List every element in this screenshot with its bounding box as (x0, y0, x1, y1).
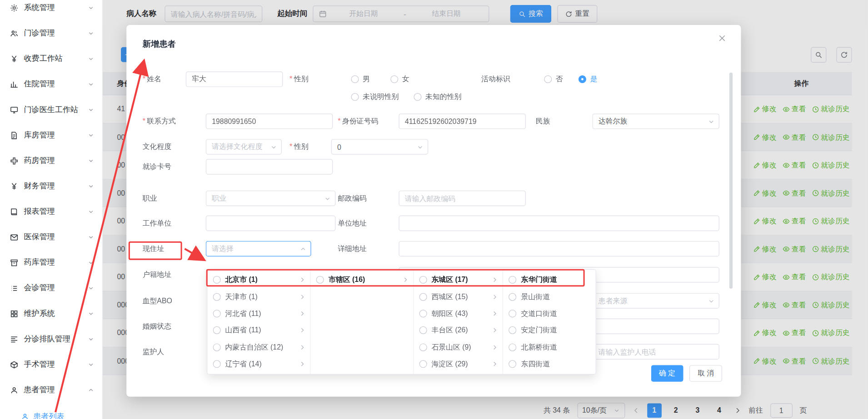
edit-link[interactable]: 修改 (753, 188, 776, 198)
edit-link[interactable]: 修改 (753, 272, 776, 282)
edit-link[interactable]: 修改 (753, 300, 776, 310)
patient-name-input[interactable] (165, 5, 262, 22)
radio-female[interactable]: 女 (390, 71, 409, 87)
view-link[interactable]: 查看 (783, 188, 806, 198)
current-address-cascader[interactable]: 请选择 (206, 241, 311, 256)
sidebar-item-system[interactable]: 系统管理 (0, 0, 102, 20)
sidebar-item-pharmacy[interactable]: 药房管理 (0, 148, 102, 173)
history-link[interactable]: 就诊历史 (812, 104, 850, 114)
close-icon[interactable] (718, 34, 727, 43)
confirm-button[interactable]: 确 定 (651, 365, 683, 382)
sidebar-item-insurance[interactable]: 医保管理 (0, 224, 102, 250)
id-number-input[interactable] (399, 113, 525, 129)
view-link[interactable]: 查看 (783, 132, 806, 142)
cascader-option-liaoning[interactable]: 辽宁省 (14) (207, 355, 310, 372)
cascader-option-beixinqiao[interactable]: 北新桥街道 (503, 339, 595, 355)
sidebar-item-drugstore[interactable]: 药库管理 (0, 250, 102, 275)
name-input[interactable] (186, 71, 283, 87)
sidebar-item-charging[interactable]: 收费工作站 (0, 46, 102, 71)
radio-gender-unknown[interactable]: 未知的性别 (414, 89, 461, 104)
sidebar-item-patient[interactable]: 患者管理 (0, 377, 102, 403)
reset-button[interactable]: 重置 (558, 5, 598, 23)
view-link[interactable]: 查看 (783, 244, 806, 254)
history-link[interactable]: 就诊历史 (812, 132, 850, 142)
contact-input[interactable] (206, 113, 333, 129)
cascader-option-neimenggu[interactable]: 内蒙古自治区 (12) (207, 339, 310, 355)
edit-link[interactable]: 修改 (753, 244, 776, 254)
cascader-option-beijing[interactable]: 北京市 (1) (207, 271, 310, 288)
postal-code-input[interactable] (399, 191, 525, 206)
sidebar-item-maintenance[interactable]: 维护系统 (0, 301, 102, 326)
page-size-select[interactable]: 10条/页 (577, 403, 625, 418)
view-link[interactable]: 查看 (783, 104, 806, 114)
gender-select[interactable]: 0 (331, 139, 429, 154)
cascader-option-jiaodaokou[interactable]: 交道口街道 (503, 305, 595, 322)
cascader-option-haidian[interactable]: 海淀区 (29) (414, 355, 503, 372)
date-range-picker[interactable]: 开始日期 - 结束日期 (313, 5, 489, 22)
radio-male[interactable]: 男 (351, 71, 370, 87)
view-link[interactable]: 查看 (783, 272, 806, 282)
sidebar-item-finance[interactable]: 财务管理 (0, 173, 102, 199)
goto-page-input[interactable] (770, 403, 793, 418)
page-button-4[interactable]: 4 (712, 403, 727, 418)
cascader-option-donghuamen[interactable]: 东华门街道 (503, 271, 595, 288)
history-link[interactable]: 就诊历史 (812, 300, 850, 310)
cascader-option-shixiaqu[interactable]: 市辖区 (16) (311, 271, 413, 288)
table-refresh-button[interactable] (836, 47, 852, 63)
occupation-select[interactable]: 职业 (206, 191, 336, 206)
sidebar-item-surgery[interactable]: 手术管理 (0, 352, 102, 377)
sidebar-item-warehouse[interactable]: 库房管理 (0, 123, 102, 148)
sidebar-item-inpatient[interactable]: 住院管理 (0, 71, 102, 97)
cascader-option-hebei[interactable]: 河北省 (11) (207, 305, 310, 322)
cascader-option-xicheng[interactable]: 西城区 (15) (414, 288, 503, 305)
education-select[interactable]: 请选择文化程度 (206, 139, 282, 154)
page-button-2[interactable]: 2 (668, 403, 683, 418)
view-link[interactable]: 查看 (783, 160, 806, 170)
detail-address-input[interactable] (399, 241, 719, 256)
next-page-button[interactable] (733, 407, 741, 414)
ethnicity-select[interactable]: 达斡尔族 (592, 113, 719, 129)
cascader-option-fengtai[interactable]: 丰台区 (26) (414, 322, 503, 339)
page-button-1[interactable]: 1 (647, 403, 662, 418)
history-link[interactable]: 就诊历史 (812, 272, 850, 282)
cancel-button[interactable]: 取 消 (689, 365, 722, 382)
cascader-option-dongcheng[interactable]: 东城区 (17) (414, 271, 503, 288)
sidebar-item-consultation[interactable]: 会诊管理 (0, 276, 102, 301)
history-link[interactable]: 就诊历史 (812, 356, 850, 366)
sidebar-item-patient-list[interactable]: 患者列表 (0, 408, 102, 419)
history-link[interactable]: 就诊历史 (812, 216, 850, 226)
table-search-button[interactable] (811, 47, 826, 63)
cascader-option-shijingshan[interactable]: 石景山区 (9) (414, 339, 503, 355)
cascader-option-chaoyang[interactable]: 朝阳区 (43) (414, 305, 503, 322)
sidebar-item-outpatient[interactable]: 门诊管理 (0, 20, 102, 46)
patient-source-select[interactable]: 患者来源 (592, 293, 719, 309)
cascader-option-shanxi[interactable]: 山西省 (11) (207, 322, 310, 339)
view-link[interactable]: 查看 (783, 300, 806, 310)
modal-scrollbar[interactable] (729, 73, 733, 289)
sidebar-item-triage-queue[interactable]: 分诊排队管理 (0, 326, 102, 352)
history-link[interactable]: 就诊历史 (812, 188, 850, 198)
cascader-option-andingmen[interactable]: 安定门街道 (503, 322, 595, 339)
edit-link[interactable]: 修改 (753, 356, 776, 366)
unit-address-input[interactable] (399, 216, 719, 231)
cascader-option-dongsi[interactable]: 东四街道 (503, 355, 595, 372)
prev-page-button[interactable] (632, 407, 640, 414)
history-link[interactable]: 就诊历史 (812, 160, 850, 170)
edit-link[interactable]: 修改 (753, 160, 776, 170)
radio-gender-unspecified[interactable]: 未说明性别 (351, 89, 399, 104)
view-link[interactable]: 查看 (783, 328, 806, 338)
sidebar-item-doctor-station[interactable]: 门诊医生工作站 (0, 97, 102, 123)
search-button[interactable]: 搜索 (510, 5, 551, 23)
edit-link[interactable]: 修改 (753, 328, 776, 338)
edit-link[interactable]: 修改 (753, 216, 776, 226)
guardian-phone-input[interactable] (592, 344, 719, 360)
sidebar-item-report[interactable]: 报表管理 (0, 199, 102, 224)
history-link[interactable]: 就诊历史 (812, 244, 850, 254)
edit-link[interactable]: 修改 (753, 104, 776, 114)
radio-active-no[interactable]: 否 (544, 71, 563, 87)
work-unit-input[interactable] (206, 216, 336, 231)
radio-active-yes[interactable]: 是 (579, 71, 597, 87)
cascader-option-jingshan[interactable]: 景山街道 (503, 288, 595, 305)
edit-link[interactable]: 修改 (753, 132, 776, 142)
history-link[interactable]: 就诊历史 (812, 328, 850, 338)
